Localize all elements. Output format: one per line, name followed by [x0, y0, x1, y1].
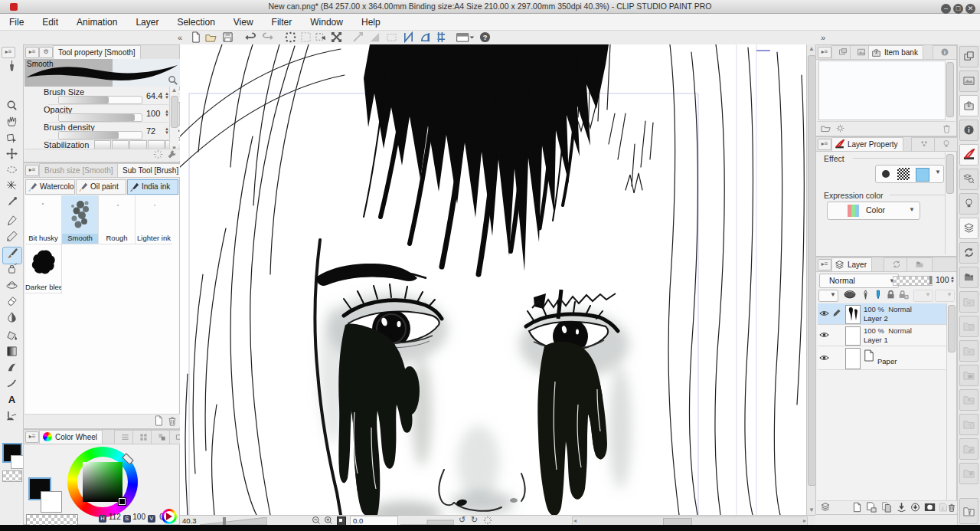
dock-material-manga-button[interactable] — [959, 340, 978, 362]
layer-thumbnail[interactable] — [845, 326, 861, 346]
menu-layer[interactable]: Layer — [126, 17, 168, 28]
rotate-cw-icon[interactable]: ↻ — [471, 515, 478, 525]
help-button[interactable]: ? — [478, 31, 492, 44]
opacity-slider[interactable] — [58, 113, 142, 122]
screen-mode-button[interactable] — [453, 31, 476, 44]
sv-cursor[interactable] — [119, 498, 126, 505]
dock-navigator-button[interactable] — [959, 46, 978, 67]
dock-material-monochrome-button[interactable] — [959, 316, 978, 337]
new-folder-icon[interactable] — [866, 502, 877, 513]
tab-timeline[interactable] — [906, 257, 933, 271]
sv-square[interactable] — [83, 462, 122, 502]
collapse-left-icon[interactable]: « — [173, 31, 187, 44]
subtool-rough[interactable]: Rough — [99, 195, 136, 244]
gear-icon[interactable] — [835, 123, 845, 133]
airbrush-tool[interactable] — [2, 263, 21, 279]
brush-size-slider[interactable] — [58, 96, 142, 104]
layer-filter-dropdown[interactable]: ▼ — [818, 290, 838, 302]
panel-menu-icon[interactable]: ▸≡ — [818, 259, 831, 270]
eraser-tool[interactable] — [2, 295, 21, 311]
eye-icon[interactable] — [819, 354, 829, 362]
layer-mask-icon[interactable] — [924, 502, 936, 513]
layer-property-scrollbar[interactable] — [945, 152, 954, 254]
merge-down-icon[interactable] — [910, 502, 920, 513]
trash-icon[interactable] — [167, 415, 178, 426]
reselect-icon[interactable] — [299, 31, 312, 44]
selection-tool[interactable] — [2, 164, 21, 180]
menu-edit[interactable]: Edit — [33, 17, 67, 28]
layer-thumbnail[interactable] — [845, 305, 861, 324]
menu-selection[interactable]: Selection — [168, 17, 224, 28]
panel-menu-icon[interactable]: ▸≡ — [25, 47, 39, 58]
dock-animation-cels-button[interactable] — [959, 242, 978, 264]
dock-layer-search-button[interactable] — [959, 169, 978, 190]
dock-layer-property-button[interactable] — [959, 144, 978, 166]
param-value[interactable]: 72 — [146, 126, 155, 136]
tab-color-wheel[interactable]: Color Wheel — [39, 430, 103, 444]
tool-gear-icon[interactable]: ⚙ — [39, 47, 53, 58]
quick-mask-icon[interactable] — [843, 290, 857, 300]
correct-line-tool[interactable] — [2, 410, 21, 426]
reset-settings-icon[interactable] — [153, 149, 163, 159]
menu-window[interactable]: Window — [301, 17, 352, 28]
layer-list-scrollbar[interactable] — [946, 303, 956, 500]
dock-information-button[interactable]: i — [959, 120, 978, 141]
text-tool[interactable]: A — [2, 394, 21, 410]
tab-brush-size[interactable]: Brush size [Smooth] — [39, 163, 118, 177]
close-button[interactable]: ✕ — [965, 4, 975, 14]
lock-icon[interactable] — [886, 289, 896, 300]
eyedropper-tool[interactable] — [2, 196, 21, 212]
menu-animation[interactable]: Animation — [67, 17, 126, 28]
panel-menu-icon[interactable]: ▸≡ — [25, 165, 39, 176]
tab-tone[interactable] — [911, 137, 937, 151]
toolbar-menu-icon[interactable]: ▸≡ — [2, 47, 15, 58]
tab-information[interactable]: i — [933, 45, 957, 59]
dock-material-image-button[interactable] — [959, 365, 978, 386]
subtool-lighter-ink[interactable]: Lighter ink — [136, 195, 172, 244]
dock-light-table-button[interactable] — [959, 193, 978, 215]
layer-opacity-value[interactable]: 100 — [936, 275, 949, 284]
gradient-tool[interactable] — [2, 346, 21, 362]
pencil-tool[interactable] — [2, 231, 21, 247]
marker-icon[interactable] — [874, 289, 883, 300]
figure-tool[interactable] — [2, 362, 21, 378]
selection-border-icon[interactable] — [329, 31, 343, 44]
panel-menu-icon[interactable]: ▸≡ — [818, 139, 831, 150]
lock-transparent-icon[interactable] — [898, 289, 909, 300]
move-view-tool[interactable] — [2, 116, 21, 132]
brush-tool[interactable] — [2, 247, 22, 264]
dock-item-bank-button[interactable] — [959, 95, 978, 116]
color-mode-button[interactable] — [162, 509, 177, 524]
dock-material-color-button[interactable] — [959, 291, 978, 313]
group-tab-watercolor[interactable]: Watercolor — [25, 179, 75, 195]
layer-opacity-slider[interactable] — [893, 276, 933, 286]
decoration-tool[interactable] — [2, 279, 21, 295]
param-value[interactable]: 64.4 — [146, 91, 162, 100]
tab-sub-tool[interactable]: Sub Tool [Brush] — [117, 163, 184, 177]
sub-color-swatch[interactable] — [41, 491, 62, 513]
canvas-area[interactable]: ▲ ▼ — [180, 44, 815, 525]
group-tab-india-ink[interactable]: India ink — [127, 179, 178, 195]
group-tab-oil-paint[interactable]: Oil paint — [76, 179, 126, 195]
tab-item-bank[interactable]: Item bank — [868, 45, 923, 59]
new-subtool-icon[interactable] — [153, 415, 164, 426]
rotation-slider[interactable] — [400, 517, 454, 525]
zoom-tool[interactable] — [2, 100, 21, 116]
layer-row-layer1[interactable]: 100 % Normal Layer 1 — [818, 325, 946, 346]
eye-icon[interactable] — [819, 310, 829, 317]
subtool-smooth[interactable]: Smooth — [62, 195, 99, 244]
snap-special-ruler-button[interactable] — [418, 31, 432, 44]
border-effect-icon[interactable] — [880, 169, 891, 179]
snap-grid-button[interactable] — [433, 31, 447, 44]
ruler-pen-icon[interactable] — [861, 289, 871, 300]
layer-row-layer2[interactable]: 100 % Normal Layer 2 — [818, 303, 946, 325]
tab-layer[interactable]: Layer — [831, 257, 872, 271]
deselect-icon[interactable] — [283, 31, 297, 44]
menu-view[interactable]: View — [224, 17, 263, 28]
frame-border-tool[interactable] — [2, 378, 21, 394]
zoom-slider[interactable] — [200, 517, 267, 525]
tool-property-scrollbar[interactable]: ▲▼ — [169, 87, 178, 152]
zoom-in-icon[interactable] — [324, 516, 333, 525]
tab-tool-property[interactable]: Tool property [Smooth] — [53, 45, 141, 59]
panel-menu-icon[interactable]: ▸≡ — [25, 431, 39, 443]
